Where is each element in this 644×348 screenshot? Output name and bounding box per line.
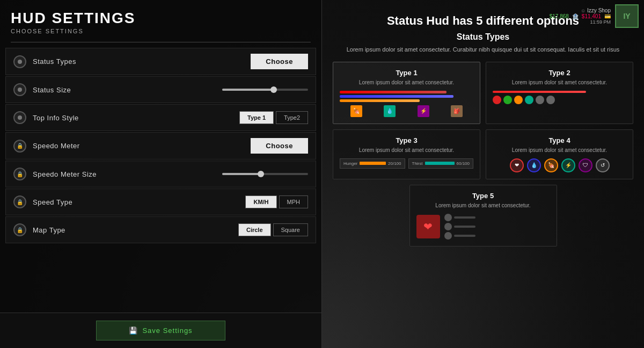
speed-kmh-button[interactable]: KM/H [245, 195, 276, 208]
mini-bar-2 [454, 226, 475, 228]
icon-dot [18, 115, 22, 120]
slider-thumb[interactable] [270, 86, 277, 93]
mini-bar-3 [454, 235, 475, 237]
map-circle-button[interactable]: Circle [238, 223, 271, 236]
slider-fill [222, 89, 274, 91]
lock-icon: 🔒 [17, 227, 23, 233]
type2-bar [493, 91, 586, 93]
speedo-size-slider[interactable] [222, 173, 308, 175]
type5-card[interactable]: Type 5 Lorem ipsum dolor sit amet consec… [409, 185, 557, 247]
type1-desc: Lorem ipsum dolor sit amet consectetur. [340, 79, 473, 86]
type2-title: Type 2 [493, 69, 626, 77]
map-type-action: Circle Square [238, 223, 308, 236]
type5-row3 [444, 232, 475, 240]
shop-username: ☺ Izzy Shop [581, 8, 611, 13]
section-desc: Lorem ipsum dolor sit amet consectetur. … [333, 45, 633, 54]
icon-dot [18, 88, 22, 92]
mini-bar-1 [454, 216, 475, 219]
lock-icon: 🔒 [17, 143, 23, 149]
dot-gray [536, 96, 544, 104]
circle-hunger: 🍖 [544, 158, 558, 172]
type1-bar-blue [340, 95, 453, 98]
type3-desc: Lorem ipsum dolor sit amet consectetur. [340, 147, 473, 154]
status-types-choose-button[interactable]: Choose [251, 54, 308, 69]
save-icon: 💾 [129, 327, 138, 335]
types-grid: Type 1 Lorem ipsum dolor sit amet consec… [333, 62, 633, 179]
top-info-label: Top Info Style [33, 114, 239, 122]
hud-subtitle: CHOOSE SETTINGS [11, 28, 311, 34]
dot-red [493, 96, 501, 104]
type1-icon-misc: 🎒 [451, 105, 463, 117]
type5-info [444, 214, 475, 240]
type1-bar-red [340, 91, 447, 93]
type5-row2 [444, 223, 475, 230]
status-size-slider[interactable] [222, 89, 308, 91]
menu-item-speedo-size: 🔒 Speedo Meter Size [5, 161, 316, 187]
shop-avatar: IY [615, 4, 639, 28]
type5-row-container: Type 5 Lorem ipsum dolor sit amet consec… [333, 185, 633, 247]
right-panel: ☺ Izzy Shop $17,868 🏦 $11,401 💳 11:59 PM… [322, 0, 644, 348]
menu-list: Status Types Choose Status Size To [0, 48, 321, 313]
shop-bar: ☺ Izzy Shop $17,868 🏦 $11,401 💳 11:59 PM… [550, 4, 639, 28]
speedo-meter-action: Choose [251, 138, 308, 154]
type3-title: Type 3 [340, 136, 473, 144]
mini-icon-3 [444, 232, 452, 240]
type3-val-thirst: 60/100 [457, 161, 470, 166]
menu-item-map-type: 🔒 Map Type Circle Square [5, 216, 316, 243]
slider-thumb[interactable] [258, 171, 264, 177]
type3-fill-hunger [360, 162, 386, 165]
map-square-button[interactable]: Square [273, 223, 308, 236]
type3-val-hunger: 20/100 [388, 161, 401, 166]
circle-status: ⚡ [561, 158, 575, 172]
type1-card[interactable]: Type 1 Lorem ipsum dolor sit amet consec… [333, 62, 480, 124]
menu-item-speedo-meter: 🔒 Speedo Meter Choose [5, 132, 316, 160]
speed-mph-button[interactable]: MPH [279, 195, 308, 208]
mini-icon-1 [444, 214, 452, 221]
lock-icon: 🔒 [17, 171, 23, 177]
type4-card[interactable]: Type 4 Lorem ipsum dolor sit amet consec… [486, 129, 633, 179]
hud-title: HUD SETTINGS [11, 10, 311, 27]
speedo-meter-label: Speedo Meter [33, 142, 251, 150]
save-settings-button[interactable]: 💾 Save Settings [96, 321, 225, 340]
top-info-icon [13, 111, 26, 124]
speedo-size-action [222, 173, 308, 175]
top-info-type2-button[interactable]: Type2 [276, 111, 308, 124]
type5-title: Type 5 [416, 192, 550, 200]
dot-green [503, 96, 512, 104]
type2-card[interactable]: Type 2 Lorem ipsum dolor sit amet consec… [486, 62, 633, 124]
type4-desc: Lorem ipsum dolor sit amet consectetur. [493, 147, 626, 154]
hud-title-block: HUD SETTINGS CHOOSE SETTINGS [0, 0, 321, 37]
status-types-icon [13, 55, 26, 68]
type3-card[interactable]: Type 3 Lorem ipsum dolor sit amet consec… [333, 129, 480, 179]
speedo-size-icon: 🔒 [13, 168, 26, 180]
money-green-value: $17,868 [550, 13, 569, 19]
slider-fill [222, 173, 261, 175]
type5-desc: Lorem ipsum dolor sit amet consectetur. [416, 202, 550, 209]
status-size-label: Status Size [33, 86, 222, 94]
money-red-value: $11,401 [582, 13, 601, 19]
circle-water: 💧 [527, 158, 541, 172]
type1-icon-status: ⚡ [418, 105, 429, 117]
top-info-type1-button[interactable]: Type 1 [239, 111, 274, 124]
dot-gray2 [546, 96, 555, 104]
circle-misc: ↺ [596, 158, 610, 172]
menu-item-top-info: Top Info Style Type 1 Type2 [5, 104, 316, 131]
speedo-meter-choose-button[interactable]: Choose [251, 138, 308, 154]
shop-time: 11:59 PM [590, 19, 611, 25]
icon-dot [18, 60, 22, 64]
type3-fill-thirst [425, 162, 455, 165]
speed-type-action: KM/H MPH [245, 195, 308, 208]
dot-teal [525, 96, 533, 104]
type1-bars [340, 91, 473, 102]
type1-icons: 🍖 💧 ⚡ 🎒 [340, 105, 473, 117]
menu-item-status-size: Status Size [5, 76, 316, 103]
type3-bar-thirst: Thirst 60/100 [408, 158, 474, 169]
section-title: Status Types [333, 32, 633, 42]
type5-row1 [444, 214, 475, 221]
map-type-icon: 🔒 [13, 223, 26, 236]
type4-circles: ❤ 💧 🍖 ⚡ 🛡 ↺ [493, 158, 626, 172]
type2-dots [493, 96, 626, 104]
shop-info: ☺ Izzy Shop $17,868 🏦 $11,401 💳 11:59 PM [550, 8, 611, 25]
type1-title: Type 1 [340, 69, 473, 77]
type3-bars: Hunger 20/100 Thirst 60/100 [340, 158, 473, 169]
